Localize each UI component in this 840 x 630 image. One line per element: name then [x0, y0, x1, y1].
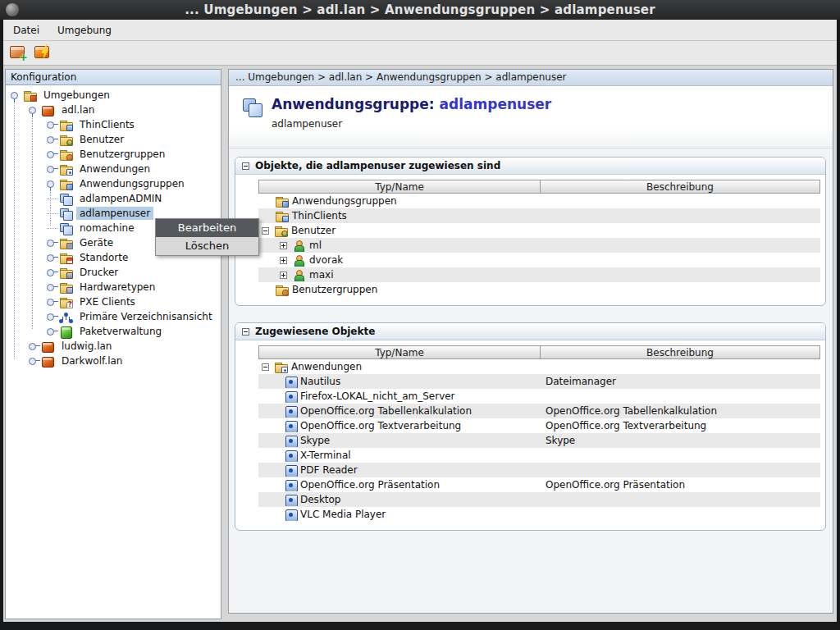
context-menu-item-bearbeiten[interactable]: Bearbeiten [156, 219, 258, 237]
table-row[interactable]: VLC Media Player [258, 507, 820, 522]
expand-knob-icon[interactable] [29, 107, 36, 114]
user-icon [292, 254, 306, 267]
tree-item-hardwaretypen[interactable]: Hardwaretypen [6, 280, 221, 294]
table-row[interactable]: Nautilus Dateimanager [258, 374, 820, 389]
folder-group-icon [275, 284, 289, 296]
folder-box-icon [23, 89, 37, 102]
application-icon [285, 376, 297, 388]
tree-item-paketverwaltung[interactable]: Paketverwaltung [6, 324, 221, 339]
collapse-icon[interactable] [262, 227, 269, 235]
tree-item-adlampenadmin[interactable]: adlampenADMIN [6, 191, 221, 206]
table-row[interactable]: Benutzergruppen [258, 282, 820, 297]
expand-knob-icon[interactable] [47, 121, 54, 129]
expand-icon[interactable] [280, 272, 287, 279]
expand-knob-icon[interactable] [47, 166, 54, 173]
table-row[interactable]: Anwendungsgruppen [258, 194, 820, 208]
section-assigned-to: Objekte, die adlampenuser zugewiesen sin… [235, 157, 826, 306]
detail-panel: ... Umgebungen > adl.lan > Anwendungsgru… [228, 69, 833, 614]
folder-pxe-icon [59, 296, 73, 308]
expand-knob-icon[interactable] [29, 358, 36, 365]
table-row[interactable]: Skype Skype [258, 433, 820, 448]
window-title: ... Umgebungen > adl.lan > Anwendungsgru… [0, 2, 840, 17]
table-row[interactable]: ml [258, 238, 820, 253]
menu-datei[interactable]: Datei [13, 25, 39, 36]
table-row[interactable]: Anwendungen [258, 359, 820, 374]
table-header: Typ/Name Beschreibung [258, 345, 820, 359]
tree-item-drucker[interactable]: Drucker [6, 265, 221, 280]
new-environment-button[interactable]: + [8, 43, 28, 63]
collapse-icon[interactable] [242, 162, 249, 170]
application-icon [285, 450, 297, 462]
table-row[interactable]: OpenOffice.org Präsentation OpenOffice.o… [258, 477, 820, 492]
tree-item-benutzer[interactable]: Benutzer [6, 132, 221, 147]
folder-group-icon [59, 148, 73, 161]
table-row[interactable]: dvorak [258, 253, 820, 267]
expand-knob-icon[interactable] [47, 151, 54, 158]
tree-item-thinclients[interactable]: ThinClients [6, 117, 221, 132]
expand-knob-icon[interactable] [47, 254, 54, 262]
table-header: Typ/Name Beschreibung [258, 180, 820, 194]
app-frame: Datei Umgebung + Konfiguration [3, 20, 837, 622]
tree-item-umgebungen[interactable]: Umgebungen [6, 88, 221, 103]
expand-knob-icon[interactable] [29, 343, 36, 350]
expand-icon[interactable] [280, 257, 287, 264]
directory-network-icon [59, 311, 73, 323]
expand-knob-icon[interactable] [47, 180, 54, 188]
table-row[interactable]: maxi [258, 267, 820, 282]
table-row[interactable]: OpenOffice.org Tabellenkalkulation OpenO… [258, 404, 820, 418]
table-row[interactable]: Benutzer [258, 223, 820, 238]
collapse-icon[interactable] [242, 328, 249, 336]
realize-changes-button[interactable] [33, 43, 52, 63]
expand-knob-icon[interactable] [47, 299, 54, 306]
table-row[interactable]: OpenOffice.org Textverarbeitung OpenOffi… [258, 418, 820, 433]
application-icon [285, 405, 297, 418]
context-menu-item-loeschen[interactable]: Löschen [156, 237, 258, 255]
configuration-panel: Konfiguration Umgebungen adl.lan [5, 69, 221, 619]
tree-item-anwendungen[interactable]: Anwendungen [6, 162, 221, 176]
table-row[interactable]: Firefox-LOKAL_nicht_am_Server [258, 389, 820, 404]
expand-knob-icon[interactable] [47, 328, 54, 336]
menu-umgebung[interactable]: Umgebung [57, 25, 112, 36]
table-row[interactable]: PDF Reader [258, 463, 820, 477]
table-row[interactable]: ThinClients [258, 208, 820, 223]
environment-box-icon [41, 340, 55, 353]
window-menu-button[interactable] [6, 3, 19, 16]
tree-connector-stub [47, 213, 57, 214]
column-header-typ-name[interactable]: Typ/Name [258, 345, 541, 359]
breadcrumb: ... Umgebungen > adl.lan > Anwendungsgru… [229, 70, 833, 86]
expand-knob-icon[interactable] [47, 269, 54, 276]
collapse-icon[interactable] [262, 363, 269, 371]
toolbar: + [3, 41, 837, 66]
tree-item-benutzergruppen[interactable]: Benutzergruppen [6, 147, 221, 162]
column-header-beschreibung[interactable]: Beschreibung [541, 345, 820, 359]
tree-connector-line [32, 112, 33, 329]
expand-knob-icon[interactable] [11, 92, 18, 99]
expand-knob-icon[interactable] [47, 313, 54, 321]
application-group-icon [242, 98, 263, 117]
tree-item-ludwig-lan[interactable]: ludwig.lan [6, 339, 221, 354]
column-header-beschreibung[interactable]: Beschreibung [541, 180, 820, 194]
user-icon [292, 269, 306, 281]
expand-knob-icon[interactable] [47, 240, 54, 247]
tree-item-adl-lan[interactable]: adl.lan [6, 103, 221, 117]
table-row[interactable]: Desktop [258, 492, 820, 507]
tree-item-darkwolf-lan[interactable]: Darkwolf.lan [6, 354, 221, 368]
environment-box-icon [41, 104, 55, 116]
tree-item-pxe-clients[interactable]: PXE Clients [6, 294, 221, 309]
workspace: Konfiguration Umgebungen adl.lan [3, 66, 837, 622]
table-row[interactable]: X-Terminal [258, 448, 820, 463]
section-assigned-to-header[interactable]: Objekte, die adlampenuser zugewiesen sin… [235, 158, 825, 175]
application-group-icon [59, 208, 73, 220]
application-icon [285, 420, 297, 432]
folder-home-icon [59, 252, 73, 264]
folder-printer-icon [59, 267, 73, 279]
tree-item-anwendungsgruppen[interactable]: Anwendungsgruppen [6, 176, 221, 191]
tree-item-primaere-verzeichnisansicht[interactable]: Primäre Verzeichnisansicht [6, 309, 221, 324]
folder-hardware-icon [59, 281, 73, 294]
expand-knob-icon[interactable] [47, 284, 54, 291]
expand-icon[interactable] [280, 242, 287, 249]
expand-knob-icon[interactable] [47, 136, 54, 144]
section-assigned-objects-header[interactable]: Zugewiesene Objekte [235, 323, 825, 340]
column-header-typ-name[interactable]: Typ/Name [258, 180, 541, 194]
application-group-icon [59, 193, 73, 205]
